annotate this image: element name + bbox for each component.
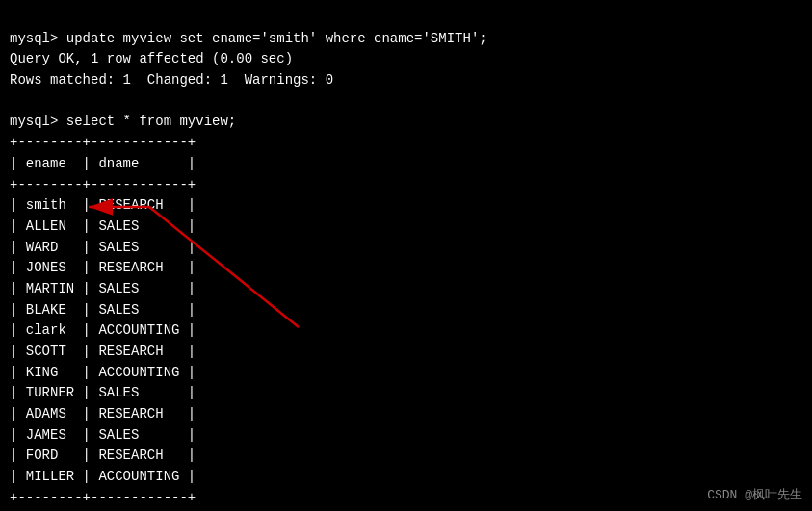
- terminal-line: | ALLEN | SALES |: [10, 217, 802, 238]
- terminal-line: [10, 91, 802, 113]
- terminal-line: +--------+------------+: [10, 175, 802, 196]
- terminal-line: | TURNER | SALES |: [10, 383, 802, 404]
- terminal-line: mysql> select * from myview;: [10, 112, 802, 133]
- terminal-line: +--------+------------+: [10, 488, 802, 509]
- terminal-line: | KING | ACCOUNTING |: [10, 363, 802, 384]
- terminal-line: mysql> update myview set ename='smith' w…: [10, 29, 802, 50]
- terminal-line: | ename | dname |: [10, 154, 802, 175]
- terminal-line: | FORD | RESEARCH |: [10, 446, 802, 467]
- terminal-line: | JONES | RESEARCH |: [10, 258, 802, 279]
- terminal-line: Query OK, 1 row affected (0.00 sec): [10, 49, 802, 70]
- terminal-line: | smith | RESEARCH |: [10, 195, 802, 217]
- terminal-line: | SCOTT | RESEARCH |: [10, 342, 802, 363]
- terminal-line: +--------+------------+: [10, 133, 802, 154]
- terminal-line: | clark | ACCOUNTING |: [10, 320, 802, 342]
- terminal-line: | MARTIN | SALES |: [10, 279, 802, 300]
- terminal-line: | ADAMS | RESEARCH |: [10, 404, 802, 425]
- terminal-line: | JAMES | SALES |: [10, 425, 802, 447]
- watermark: CSDN @枫叶先生: [707, 486, 802, 503]
- terminal-output: mysql> update myview set ename='smith' w…: [0, 0, 812, 511]
- terminal-line: Rows matched: 1 Changed: 1 Warnings: 0: [10, 70, 802, 91]
- terminal-line: | WARD | SALES |: [10, 238, 802, 259]
- terminal-line: | MILLER | ACCOUNTING |: [10, 467, 802, 488]
- terminal-line: | BLAKE | SALES |: [10, 300, 802, 321]
